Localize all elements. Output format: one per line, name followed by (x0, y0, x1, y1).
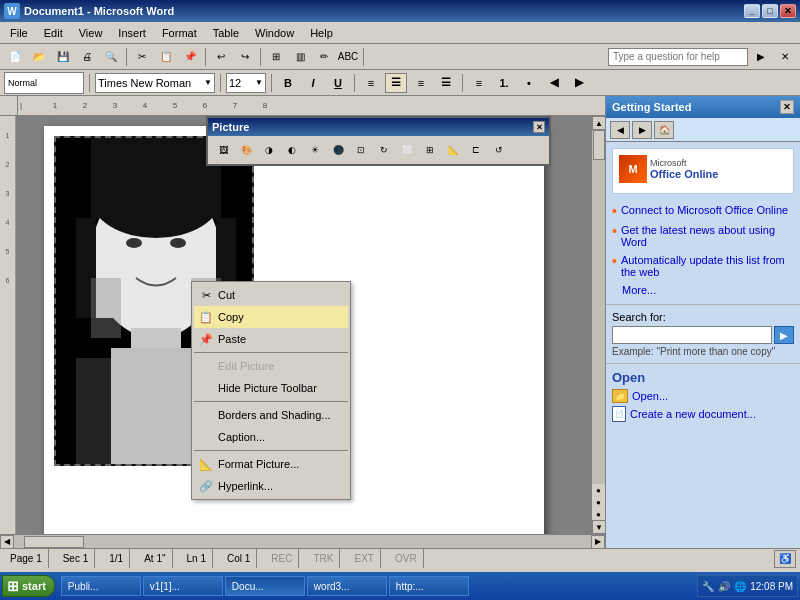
page-scroll-area[interactable]: Picture ✕ 🖼 🎨 ◑ ◐ ☀ 🌑 ⊡ ↻ ⬜ (16, 116, 591, 534)
ctx-hyperlink[interactable]: 🔗 Hyperlink... (194, 475, 348, 497)
italic-button[interactable]: I (302, 73, 324, 93)
taskbar-item-3[interactable]: Docu... (225, 576, 305, 596)
search-go-button[interactable]: ▶ (774, 326, 794, 344)
picture-toolbar-titlebar[interactable]: Picture ✕ (208, 118, 549, 136)
taskbar-item-5[interactable]: http:... (389, 576, 469, 596)
minimize-button[interactable]: _ (744, 4, 760, 18)
scroll-thumb[interactable] (593, 130, 605, 160)
ctx-cut[interactable]: ✂ Cut (194, 284, 348, 306)
undo-button[interactable]: ↩ (210, 46, 232, 68)
justify-button[interactable]: ☰ (435, 73, 457, 93)
print-preview-button[interactable]: 🔍 (100, 46, 122, 68)
spelling-button[interactable]: ABC (337, 46, 359, 68)
less-contrast-button[interactable]: ◐ (281, 139, 303, 161)
less-brightness-button[interactable]: 🌑 (327, 139, 349, 161)
table-button[interactable]: ⊞ (265, 46, 287, 68)
cut-toolbar-button[interactable]: ✂ (131, 46, 153, 68)
more-link[interactable]: More... (622, 284, 794, 296)
menu-view[interactable]: View (71, 23, 111, 43)
ctx-caption[interactable]: Caption... (194, 426, 348, 448)
picture-toolbar-close[interactable]: ✕ (533, 121, 545, 133)
font-size-select[interactable]: 12 ▼ (226, 73, 266, 93)
format-picture-button2[interactable]: 📐 (442, 139, 464, 161)
increase-indent-button[interactable]: ▶ (568, 73, 590, 93)
menu-format[interactable]: Format (154, 23, 205, 43)
panel-link-news[interactable]: • Get the latest news about using Word (612, 224, 794, 248)
horizontal-scrollbar[interactable]: ◀ ▶ (0, 534, 605, 548)
ctx-hide-toolbar[interactable]: Hide Picture Toolbar (194, 377, 348, 399)
align-left-button[interactable]: ≡ (360, 73, 382, 93)
help-arrow-button[interactable]: ▶ (750, 46, 772, 68)
taskbar-item-1[interactable]: Publi... (61, 576, 141, 596)
redo-button[interactable]: ↪ (234, 46, 256, 68)
numbering-button[interactable]: 1. (493, 73, 515, 93)
panel-close-button[interactable]: ✕ (780, 100, 794, 114)
taskbar-item-4[interactable]: word3... (307, 576, 387, 596)
ctx-paste[interactable]: 📌 Paste (194, 328, 348, 350)
text-wrapping-button[interactable]: ⊏ (465, 139, 487, 161)
save-button[interactable]: 💾 (52, 46, 74, 68)
panel-link-update[interactable]: • Automatically update this list from th… (612, 254, 794, 278)
menu-file[interactable]: File (2, 23, 36, 43)
style-select[interactable]: Normal (4, 72, 84, 94)
scroll-left-button[interactable]: ◀ (0, 535, 14, 549)
open-button[interactable]: 📂 (28, 46, 50, 68)
font-select[interactable]: Times New Roman ▼ (95, 73, 215, 93)
maximize-button[interactable]: □ (762, 4, 778, 18)
menu-table[interactable]: Table (205, 23, 247, 43)
browse-next[interactable]: ● (592, 508, 605, 520)
crop-button[interactable]: ⊡ (350, 139, 372, 161)
browse-prev[interactable]: ● (592, 484, 605, 496)
title-bar-buttons[interactable]: _ □ ✕ (744, 4, 796, 18)
new-button[interactable]: 📄 (4, 46, 26, 68)
scroll-down-button[interactable]: ▼ (592, 520, 605, 534)
accessibility-icon[interactable]: ♿ (774, 550, 796, 568)
underline-button[interactable]: U (327, 73, 349, 93)
panel-link-connect[interactable]: • Connect to Microsoft Office Online (612, 204, 794, 218)
more-contrast-button[interactable]: ◑ (258, 139, 280, 161)
panel-forward-button[interactable]: ▶ (632, 121, 652, 139)
bold-button[interactable]: B (277, 73, 299, 93)
panel-back-button[interactable]: ◀ (610, 121, 630, 139)
align-center-button[interactable]: ☰ (385, 73, 407, 93)
menu-edit[interactable]: Edit (36, 23, 71, 43)
menu-insert[interactable]: Insert (110, 23, 154, 43)
copy-toolbar-button[interactable]: 📋 (155, 46, 177, 68)
h-scroll-track[interactable] (14, 535, 591, 549)
align-right-button[interactable]: ≡ (410, 73, 432, 93)
compress-button[interactable]: ⊞ (419, 139, 441, 161)
bullets-button[interactable]: • (518, 73, 540, 93)
ctx-copy[interactable]: 📋 Copy (194, 306, 348, 328)
scroll-track[interactable] (592, 130, 605, 484)
close-button[interactable]: ✕ (780, 4, 796, 18)
paste-toolbar-button[interactable]: 📌 (179, 46, 201, 68)
scroll-up-button[interactable]: ▲ (592, 116, 605, 130)
line-spacing-button[interactable]: ≡ (468, 73, 490, 93)
menu-help[interactable]: Help (302, 23, 341, 43)
scroll-right-button[interactable]: ▶ (591, 535, 605, 549)
ctx-borders[interactable]: Borders and Shading... (194, 404, 348, 426)
more-brightness-button[interactable]: ☀ (304, 139, 326, 161)
columns-button[interactable]: ▥ (289, 46, 311, 68)
browse-select[interactable]: ● (592, 496, 605, 508)
menu-window[interactable]: Window (247, 23, 302, 43)
taskbar-item-2[interactable]: v1[1]... (143, 576, 223, 596)
line-style-button[interactable]: ⬜ (396, 139, 418, 161)
print-button[interactable]: 🖨 (76, 46, 98, 68)
create-new-link[interactable]: 📄 Create a new document... (612, 406, 794, 422)
rotate-button[interactable]: ↻ (373, 139, 395, 161)
h-scroll-thumb[interactable] (24, 536, 84, 548)
decrease-indent-button[interactable]: ◀ (543, 73, 565, 93)
vertical-scrollbar[interactable]: ▲ ● ● ● ▼ (591, 116, 605, 534)
help-close-button[interactable]: ✕ (774, 46, 796, 68)
open-file-link[interactable]: 📁 Open... (612, 389, 794, 403)
start-button[interactable]: ⊞ start (2, 575, 55, 597)
insert-picture-button[interactable]: 🖼 (212, 139, 234, 161)
reset-picture-button[interactable]: ↺ (488, 139, 510, 161)
panel-home-button[interactable]: 🏠 (654, 121, 674, 139)
help-input[interactable] (608, 48, 748, 66)
ctx-format-picture[interactable]: 📐 Format Picture... (194, 453, 348, 475)
search-input[interactable] (612, 326, 772, 344)
draw-button[interactable]: ✏ (313, 46, 335, 68)
image-control-button[interactable]: 🎨 (235, 139, 257, 161)
